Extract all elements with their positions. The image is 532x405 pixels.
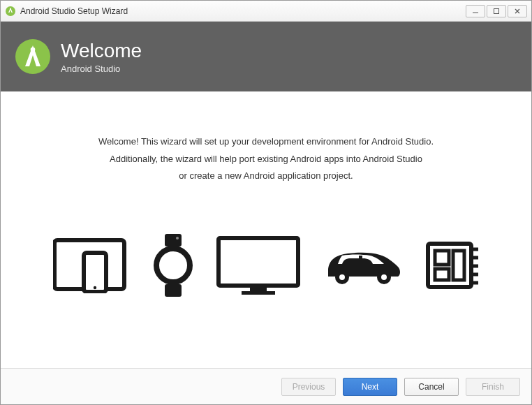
device-icons-row — [53, 234, 480, 297]
svg-rect-22 — [435, 251, 449, 265]
footer: Previous Next Cancel Finish — [1, 368, 531, 404]
intro-line-3: or create a new Android application proj… — [98, 168, 434, 185]
titlebar: Android Studio Setup Wizard — [1, 1, 531, 22]
window-controls — [466, 5, 527, 17]
intro-line-2: Additionally, the wizard will help port … — [98, 151, 434, 168]
svg-rect-13 — [219, 238, 298, 286]
intro-text: Welcome! This wizard will set up your de… — [98, 133, 434, 185]
svg-point-5 — [31, 47, 36, 52]
svg-point-10 — [156, 249, 190, 282]
banner-title: Welcome — [61, 40, 142, 62]
content-area: Welcome! This wizard will set up your de… — [1, 91, 531, 368]
svg-rect-24 — [435, 269, 449, 280]
next-button[interactable]: Next — [343, 378, 397, 396]
banner: Welcome Android Studio — [1, 22, 531, 91]
minimize-button[interactable] — [466, 5, 485, 17]
svg-point-8 — [93, 286, 96, 289]
watch-icon — [152, 234, 194, 297]
svg-rect-16 — [359, 256, 362, 265]
finish-button: Finish — [466, 378, 520, 396]
maximize-button[interactable] — [487, 5, 506, 17]
svg-point-1 — [10, 8, 11, 9]
svg-rect-14 — [250, 286, 267, 291]
svg-rect-3 — [494, 8, 499, 13]
svg-point-18 — [339, 274, 345, 280]
previous-button: Previous — [281, 378, 336, 396]
things-board-icon — [425, 241, 480, 290]
svg-rect-23 — [453, 251, 464, 280]
tablet-phone-icon — [53, 237, 130, 293]
window-title: Android Studio Setup Wizard — [20, 6, 466, 16]
cancel-button[interactable]: Cancel — [404, 378, 459, 396]
svg-rect-9 — [165, 234, 182, 246]
svg-point-4 — [15, 39, 50, 74]
svg-rect-7 — [84, 253, 106, 292]
android-studio-logo-icon — [15, 38, 51, 75]
banner-subtitle: Android Studio — [61, 64, 142, 74]
svg-point-12 — [176, 237, 179, 240]
svg-point-20 — [381, 274, 387, 280]
tv-icon — [216, 236, 300, 295]
intro-line-1: Welcome! This wizard will set up your de… — [98, 133, 434, 151]
svg-rect-11 — [165, 284, 182, 297]
car-icon — [323, 244, 403, 286]
android-studio-icon — [5, 6, 16, 17]
svg-rect-15 — [242, 291, 275, 295]
close-button[interactable] — [508, 5, 527, 17]
